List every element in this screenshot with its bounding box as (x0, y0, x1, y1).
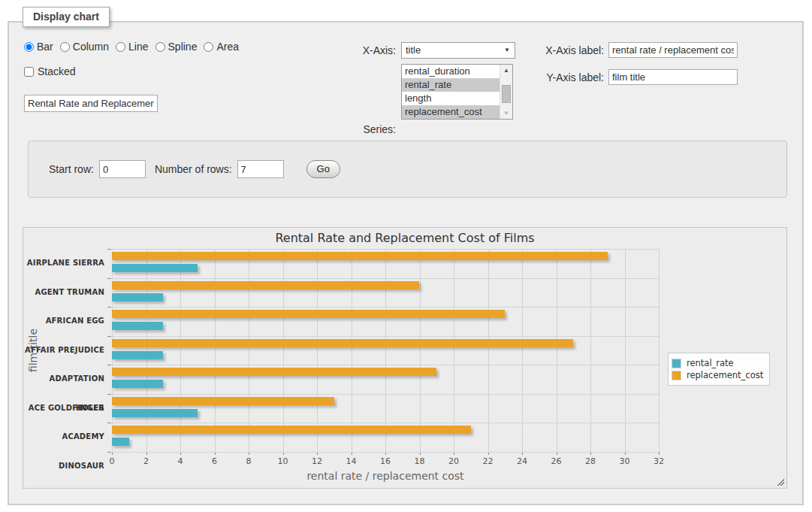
chart-type-radio-spline[interactable] (155, 42, 165, 52)
legend-label: replacement_cost (687, 370, 763, 380)
x-tick-label: 26 (543, 456, 570, 466)
resize-handle-icon[interactable] (776, 477, 784, 486)
x-axis-label-field: X-Axis label: (535, 42, 738, 58)
gridline (557, 249, 557, 452)
bar-rental_rate-agent-truman (112, 293, 163, 301)
gridline (385, 249, 386, 452)
chart-type-option-area[interactable]: Area (204, 41, 239, 53)
chart-type-label: Column (73, 41, 109, 53)
stacked-checkbox[interactable] (24, 67, 34, 77)
chart-plot-area (112, 249, 659, 452)
x-tick-label: 4 (167, 456, 194, 466)
gridline (112, 365, 659, 365)
y-category-label: AIRPLANE SIERRA (23, 249, 104, 278)
bar-replacement_cost-agent-truman (112, 281, 419, 289)
scrollbar-thumb[interactable] (502, 85, 511, 103)
bar-rental_rate-affair-prejudice (112, 351, 163, 359)
x-axis-select[interactable]: title ▼ (401, 42, 515, 59)
bar-rental_rate-ace-goldfinger (112, 409, 198, 417)
x-tick-label: 32 (645, 456, 672, 466)
series-options: rental_durationrental_ratelengthreplacem… (402, 65, 500, 119)
y-axis-label-label: Y-Axis label: (535, 71, 604, 83)
chart-type-radio-bar[interactable] (24, 42, 34, 52)
gridline (590, 249, 591, 452)
series-option-replacement_cost[interactable]: replacement_cost (402, 105, 500, 119)
y-category-label: AFRICAN EGG (23, 307, 104, 336)
x-axis-title: rental rate / replacement cost (112, 470, 659, 482)
bar-replacement_cost-adaptation-holes (112, 368, 436, 376)
scroll-down-icon[interactable]: ▼ (500, 108, 512, 119)
gridline (180, 249, 181, 452)
x-tick-label: 12 (303, 456, 331, 466)
chart-title: Rental Rate and Replacement Cost of Film… (23, 231, 786, 245)
series-scrollbar[interactable]: ▲ ▼ (500, 65, 512, 119)
chart-type-radio-area[interactable] (204, 42, 213, 52)
chevron-down-icon: ▼ (504, 47, 510, 53)
chart-type-option-spline[interactable]: Spline (155, 41, 198, 53)
bar-replacement_cost-ace-goldfinger (112, 397, 334, 405)
x-tick-label: 24 (509, 456, 536, 466)
go-button[interactable]: Go (306, 160, 340, 178)
x-axis-label-input[interactable] (608, 42, 738, 58)
series-option-rental_duration[interactable]: rental_duration (402, 65, 500, 78)
stacked-option[interactable]: Stacked (24, 65, 76, 77)
start-row-label: Start row: (49, 163, 94, 175)
gridline (488, 249, 489, 452)
x-axis-field-label: X-Axis: (340, 44, 396, 56)
y-axis-tick (107, 307, 111, 308)
gridline (112, 336, 659, 337)
x-tick-label: 8 (235, 456, 262, 466)
bar-rental_rate-airplane-sierra (112, 264, 198, 272)
chart-type-label: Line (128, 41, 148, 53)
x-axis-selected-value: title (406, 44, 421, 56)
x-axis-field: X-Axis: title ▼ (340, 42, 515, 59)
bar-replacement_cost-affair-prejudice (112, 339, 573, 347)
gridline (283, 249, 284, 452)
gridline (112, 307, 659, 308)
stacked-label: Stacked (38, 65, 76, 77)
chart-type-option-line[interactable]: Line (116, 41, 148, 53)
y-axis-tick (107, 423, 111, 423)
x-tick-label: 18 (406, 456, 433, 466)
y-axis-tick (107, 278, 111, 279)
chart-type-radio-line[interactable] (116, 42, 125, 52)
chart-type-label: Bar (37, 41, 53, 53)
y-axis-tick (107, 249, 111, 250)
scroll-up-icon[interactable]: ▲ (500, 65, 512, 76)
gridline (659, 249, 660, 452)
series-option-length[interactable]: length (402, 92, 500, 105)
gridline (112, 394, 659, 395)
chart-title-input[interactable] (24, 95, 158, 112)
chart-type-radio-group: BarColumnLineSplineArea (24, 41, 239, 53)
display-chart-panel: Display chart BarColumnLineSplineArea St… (8, 21, 804, 505)
gridline (352, 249, 352, 452)
gridline (112, 423, 659, 423)
x-tick-label: 22 (475, 456, 502, 466)
y-axis-tick (107, 394, 111, 395)
bar-replacement_cost-african-egg (112, 310, 505, 318)
chart-type-option-bar[interactable]: Bar (24, 41, 53, 53)
chart-type-radio-column[interactable] (60, 42, 70, 52)
gridline (522, 249, 523, 452)
bar-rental_rate-adaptation-holes (112, 380, 163, 388)
x-tick-label: 30 (611, 456, 638, 466)
x-tick-label: 2 (133, 456, 160, 466)
gridline (112, 452, 659, 453)
y-axis-tick (107, 365, 111, 365)
y-category-label: ADAPTATION HOLES (23, 365, 104, 394)
chart-type-label: Area (216, 41, 239, 53)
x-tick-label: 28 (577, 456, 604, 466)
legend-label: rental_rate (687, 358, 734, 368)
legend-item-rental_rate: rental_rate (672, 358, 763, 368)
gridline (112, 249, 659, 250)
num-rows-input[interactable] (237, 160, 284, 178)
start-row-input[interactable] (99, 160, 146, 178)
series-listbox[interactable]: rental_durationrental_ratelengthreplacem… (401, 64, 513, 120)
y-axis-label-input[interactable] (608, 69, 738, 85)
series-option-rental_rate[interactable]: rental_rate (402, 78, 500, 92)
x-tick-label: 20 (440, 456, 467, 466)
y-category-label: ACE GOLDFINGER (23, 394, 104, 423)
y-category-label: AFFAIR PREJUDICE (23, 336, 104, 365)
num-rows-label: Number of rows: (155, 163, 232, 175)
chart-type-option-column[interactable]: Column (60, 41, 109, 53)
